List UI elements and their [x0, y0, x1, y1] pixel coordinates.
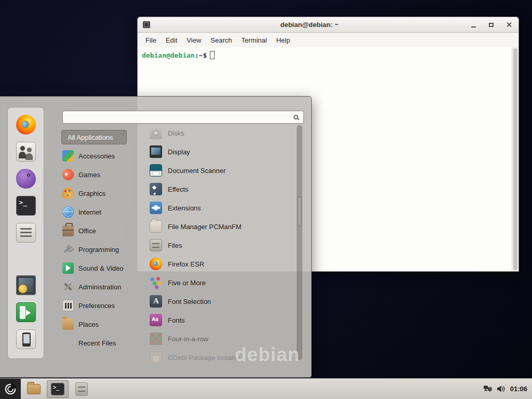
app-item-firefox-esr[interactable]: Firefox ESR	[150, 255, 294, 273]
category-label: Accessories	[78, 152, 115, 160]
app-label: File Manager PCManFM	[168, 223, 242, 231]
app-label: Extensions	[168, 204, 201, 212]
taskbar-terminal-button[interactable]	[47, 380, 69, 398]
app-label: Five or More	[168, 279, 206, 287]
purple-app-favorite-icon[interactable]	[16, 169, 36, 189]
menu-search-box[interactable]	[62, 111, 304, 124]
category-office[interactable]: Office	[61, 221, 143, 240]
app-list-scrollbar-thumb[interactable]	[297, 196, 302, 226]
five-or-more-dots-icon	[150, 276, 162, 289]
users-favorite-icon[interactable]	[16, 142, 36, 162]
terminal-title: debian@debian: ~	[150, 21, 469, 29]
app-item-document-scanner[interactable]: Document Scanner	[150, 161, 294, 180]
internet-globe-icon	[62, 206, 74, 218]
volume-icon[interactable]	[497, 385, 506, 393]
effects-sparkle-icon	[150, 183, 162, 195]
category-programming[interactable]: Programming	[61, 240, 143, 259]
app-label: Font Selection	[168, 298, 211, 305]
category-label: Graphics	[78, 190, 105, 197]
search-icon	[294, 115, 298, 119]
favorites-column	[7, 107, 44, 359]
close-button[interactable]	[504, 20, 513, 30]
debian-swirl-icon	[4, 382, 17, 396]
document-device-favorite-icon[interactable]	[16, 223, 36, 243]
prompt-suffix: :~$	[195, 51, 207, 59]
app-label: Files	[168, 242, 182, 249]
places-folder-icon	[62, 318, 74, 330]
sound-video-speaker-icon	[62, 262, 74, 274]
app-item-file-manager-pcmanfm[interactable]: File Manager PCManFM	[150, 217, 294, 236]
category-preferences[interactable]: Preferences	[61, 296, 143, 315]
app-item-disks[interactable]: Disks	[150, 124, 294, 142]
four-in-a-row-grid-icon	[150, 332, 162, 345]
app-item-files[interactable]: Files	[150, 236, 294, 255]
gdebi-package-icon	[150, 351, 162, 364]
category-graphics[interactable]: Graphics	[61, 184, 143, 203]
maximize-icon	[489, 23, 494, 27]
menu-edit[interactable]: Edit	[161, 34, 182, 46]
app-item-fonts[interactable]: Fonts	[150, 311, 294, 329]
taskbar-terminal-icon	[51, 383, 64, 395]
font-selection-icon	[150, 295, 162, 308]
clock[interactable]: 01:06	[510, 385, 527, 393]
prompt-user-host: debian@debian	[142, 51, 195, 59]
category-label: All Applications	[68, 134, 113, 141]
minimize-button[interactable]	[469, 20, 478, 30]
app-label: GDebi Package Installer	[168, 354, 241, 362]
category-sound-video[interactable]: Sound & Video	[61, 259, 143, 277]
category-recent-files[interactable]: Recent Files	[61, 334, 143, 352]
category-internet[interactable]: Internet	[61, 203, 143, 221]
menu-button[interactable]	[0, 379, 21, 399]
menu-view[interactable]: View	[182, 34, 206, 46]
app-label: Fonts	[168, 316, 185, 324]
app-item-five-or-more[interactable]: Five or More	[150, 273, 294, 292]
display-monitor-icon	[150, 145, 162, 158]
app-item-font-selection[interactable]: Font Selection	[150, 292, 294, 311]
network-icon[interactable]	[483, 385, 492, 393]
app-item-display[interactable]: Display	[150, 142, 294, 161]
office-briefcase-icon	[62, 225, 74, 236]
taskbar-file-manager-button[interactable]	[23, 380, 45, 398]
desktop: debian@debian: ~ File Edit View Search T…	[0, 0, 532, 399]
app-label: Effects	[168, 185, 189, 193]
lock-screen-icon[interactable]	[16, 275, 36, 295]
files-cabinet-icon	[150, 239, 162, 251]
preferences-icon	[62, 300, 74, 311]
menu-file[interactable]: File	[141, 34, 161, 46]
app-list-scrollbar[interactable]	[297, 125, 302, 360]
category-all-applications[interactable]: All Applications	[61, 130, 127, 144]
debian-watermark: debian	[235, 344, 300, 366]
app-item-effects[interactable]: Effects	[150, 180, 294, 198]
category-games[interactable]: Games	[61, 165, 143, 184]
terminal-scrollbar[interactable]	[512, 47, 518, 271]
administration-tools-icon	[62, 281, 74, 292]
system-tray: 01:06	[483, 385, 532, 393]
terminal-titlebar[interactable]: debian@debian: ~	[138, 17, 518, 33]
taskbar-folder-icon	[27, 384, 41, 394]
terminal-favorite-icon[interactable]	[16, 196, 36, 216]
menu-search-input[interactable]	[67, 113, 294, 121]
firefox-icon	[150, 258, 162, 270]
terminal-scrollbar-thumb[interactable]	[513, 48, 517, 270]
graphics-icon	[62, 188, 74, 199]
document-scanner-icon	[150, 164, 162, 177]
category-label: Programming	[78, 246, 119, 254]
programming-wrench-icon	[62, 244, 74, 255]
app-item-extensions[interactable]: Extensions	[150, 198, 294, 217]
taskbar-files-button[interactable]	[71, 380, 92, 398]
menu-help[interactable]: Help	[272, 34, 295, 46]
terminal-cursor	[210, 51, 215, 59]
menu-search[interactable]: Search	[206, 34, 236, 46]
extensions-gear-icon	[150, 202, 162, 214]
accessories-icon	[62, 150, 74, 162]
category-administration[interactable]: Administration	[61, 277, 143, 296]
firefox-favorite-icon[interactable]	[16, 115, 36, 135]
category-places[interactable]: Places	[61, 315, 143, 334]
shutdown-icon[interactable]	[16, 329, 36, 349]
category-list: All Applications Accessories Games Graph…	[61, 128, 143, 352]
category-accessories[interactable]: Accessories	[61, 147, 143, 165]
category-label: Recent Files	[78, 339, 116, 347]
maximize-button[interactable]	[486, 20, 496, 30]
menu-terminal[interactable]: Terminal	[237, 34, 272, 46]
logout-icon[interactable]	[16, 302, 36, 322]
